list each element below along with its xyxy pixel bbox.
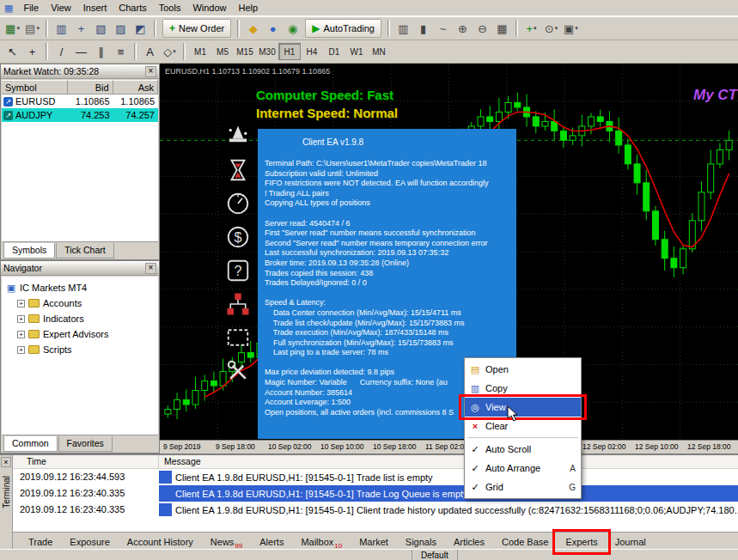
fibonacci-icon[interactable]: ≡ — [111, 42, 131, 61]
help-icon[interactable]: ? — [225, 258, 251, 283]
menu-item-open[interactable]: ▤Open — [465, 360, 581, 379]
arrows-icon[interactable]: ◇▾ — [160, 42, 180, 61]
menu-insert[interactable]: Insert — [77, 2, 113, 14]
tree-item-scripts[interactable]: +Scripts — [6, 342, 158, 357]
menu-item-view[interactable]: ◎View — [465, 398, 581, 417]
chart-window[interactable]: EURUSD,H1 1.10713 1.10902 1.10679 1.1086… — [160, 64, 738, 453]
tab-code-base[interactable]: Code Base — [493, 534, 557, 550]
tile-windows-icon[interactable]: ▦ — [492, 19, 512, 38]
zoom-in-icon[interactable]: ⊕ — [453, 19, 473, 38]
menu-file[interactable]: File — [17, 2, 45, 14]
tab-account-history[interactable]: Account History — [119, 534, 202, 550]
tree-root-account[interactable]: ▣IC Markets MT4 — [6, 280, 158, 295]
timeframe-D1[interactable]: D1 — [323, 43, 345, 60]
column-header-ask[interactable]: Ask — [113, 80, 158, 94]
tree-item-accounts[interactable]: +Accounts — [6, 295, 158, 311]
horizontal-line-icon[interactable]: — — [71, 42, 91, 61]
timeframe-H4[interactable]: H4 — [301, 43, 323, 60]
tab-alerts[interactable]: Alerts — [251, 534, 292, 550]
close-icon[interactable]: × — [145, 263, 156, 274]
profile-indicator[interactable]: Default — [412, 550, 458, 560]
wizard-icon[interactable] — [225, 124, 251, 149]
crosshair-tool-icon[interactable]: + — [22, 42, 42, 61]
tab-exposure[interactable]: Exposure — [61, 534, 118, 550]
tab-common[interactable]: Common — [3, 436, 58, 452]
signals-icon[interactable]: ◉ — [283, 19, 302, 38]
strategy-tester-icon[interactable]: ◩ — [131, 19, 150, 38]
connection-icon[interactable] — [225, 291, 251, 317]
periods-icon[interactable]: ⊙▾ — [541, 19, 561, 38]
new-chart-icon[interactable]: ▦▾ — [3, 19, 22, 38]
menu-window[interactable]: Window — [186, 2, 232, 14]
expand-icon[interactable]: + — [17, 300, 25, 307]
profiles-icon[interactable]: ▤▾ — [22, 19, 42, 38]
menu-item-copy[interactable]: ▥Copy — [465, 379, 581, 398]
text-label-icon[interactable]: A — [140, 42, 160, 61]
new-order-button[interactable]: +New Order — [162, 19, 231, 38]
message-column-header[interactable]: Message — [159, 455, 738, 468]
expand-icon[interactable]: + — [17, 346, 25, 354]
market-watch-icon[interactable]: ▥ — [52, 19, 71, 38]
journal-row[interactable]: 2019.09.12 16:23:40.335Client EA 1.9.8d … — [13, 485, 738, 502]
market-watch-row[interactable]: ↗EURUSD1.108651.10865 — [2, 94, 158, 108]
cursor-tool-icon[interactable]: ↖ — [3, 42, 22, 61]
expand-icon[interactable]: + — [17, 315, 25, 323]
timeframe-H1[interactable]: H1 — [278, 43, 301, 60]
menu-charts[interactable]: Charts — [113, 2, 152, 14]
column-header-bid[interactable]: Bid — [68, 80, 113, 94]
timeframe-W1[interactable]: W1 — [345, 43, 368, 60]
timeframe-MN[interactable]: MN — [368, 43, 390, 60]
timeframe-M30[interactable]: M30 — [256, 43, 278, 60]
menu-tools[interactable]: Tools — [153, 2, 187, 14]
tools-icon[interactable] — [225, 358, 251, 384]
close-icon[interactable]: × — [1, 457, 11, 467]
timeframe-M5[interactable]: M5 — [211, 43, 234, 60]
terminal-icon[interactable]: ▨ — [111, 19, 131, 38]
frame-icon[interactable] — [225, 325, 251, 350]
column-header-symbol[interactable]: Symbol — [2, 80, 68, 94]
equidistant-channel-icon[interactable]: ∥ — [91, 42, 111, 61]
navigator-icon[interactable]: ▧ — [91, 19, 111, 38]
journal-row[interactable]: 2019.09.12 16:23:44.593Client EA 1.9.8d … — [13, 469, 738, 485]
hourglass-icon[interactable] — [225, 157, 251, 183]
tab-tick-chart[interactable]: Tick Chart — [56, 243, 113, 259]
tab-mailbox[interactable]: Mailbox10 — [292, 534, 351, 550]
templates-icon[interactable]: ▣▾ — [561, 19, 581, 38]
time-column-header[interactable]: Time — [13, 455, 159, 468]
data-window-icon[interactable]: + — [71, 19, 91, 38]
tab-market[interactable]: Market — [351, 534, 397, 550]
menu-item-auto-arrange[interactable]: ✓Auto ArrangeA — [465, 459, 581, 478]
expand-icon[interactable]: + — [17, 331, 25, 338]
zoom-out-icon[interactable]: ⊖ — [473, 19, 492, 38]
money-icon[interactable]: $ — [225, 224, 251, 250]
tab-news[interactable]: News99 — [202, 534, 251, 550]
menu-help[interactable]: Help — [233, 2, 265, 14]
market-watch-row[interactable]: ↗AUDJPY74.25374.257 — [2, 108, 158, 122]
metaeditor-icon[interactable]: ◆ — [243, 19, 263, 38]
tab-signals[interactable]: Signals — [397, 534, 445, 550]
timeframe-M15[interactable]: M15 — [234, 43, 256, 60]
autotrading-button[interactable]: ▶AutoTrading — [305, 19, 381, 38]
menu-view[interactable]: View — [45, 2, 77, 14]
candlestick-icon[interactable]: ▮ — [413, 19, 433, 38]
trendline-icon[interactable]: / — [52, 42, 71, 61]
menu-item-auto-scroll[interactable]: ✓Auto Scroll — [465, 440, 581, 459]
options-icon[interactable]: ● — [263, 19, 283, 38]
tree-item-indicators[interactable]: +Indicators — [6, 311, 158, 326]
menu-item-grid[interactable]: ✓GridG — [465, 478, 581, 496]
tab-articles[interactable]: Articles — [445, 534, 493, 550]
menu-item-clear[interactable]: ×Clear — [465, 417, 581, 435]
tab-trade[interactable]: Trade — [20, 534, 61, 550]
tab-journal[interactable]: Journal — [607, 534, 655, 550]
journal-row[interactable]: 2019.09.12 16:23:40.335Client EA 1.9.8d … — [13, 502, 738, 518]
bar-chart-icon[interactable]: ▥ — [393, 19, 413, 38]
tab-symbols[interactable]: Symbols — [3, 243, 55, 259]
timeframe-M1[interactable]: M1 — [189, 43, 211, 60]
tab-experts[interactable]: Experts — [557, 534, 606, 550]
close-icon[interactable]: × — [145, 66, 156, 77]
line-chart-icon[interactable]: ~ — [433, 19, 453, 38]
tree-item-expert-advisors[interactable]: +Expert Advisors — [6, 326, 158, 342]
tab-favorites[interactable]: Favorites — [58, 436, 113, 452]
gauge-icon[interactable] — [225, 191, 251, 216]
indicators-icon[interactable]: +▾ — [521, 19, 541, 38]
